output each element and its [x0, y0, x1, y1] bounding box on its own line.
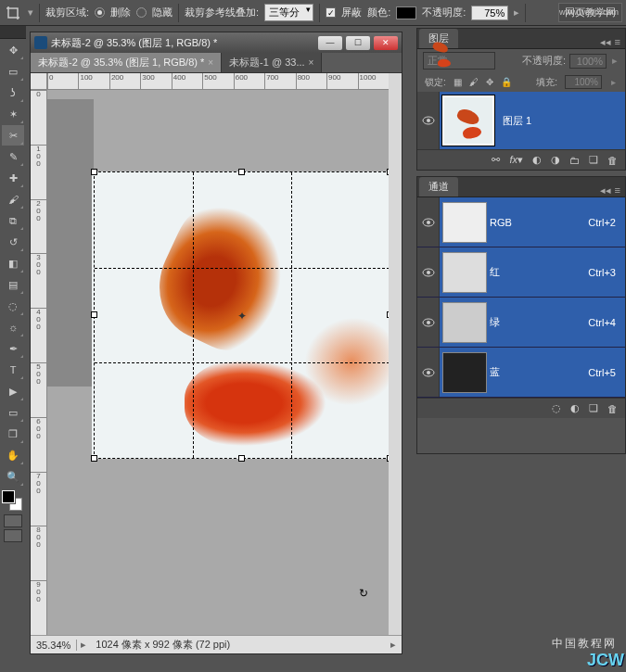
- radio-hide[interactable]: [136, 7, 147, 18]
- save-selection-icon[interactable]: ◐: [570, 402, 580, 414]
- blur-tool[interactable]: ◌: [2, 296, 24, 316]
- link-layers-icon[interactable]: ⚯: [492, 154, 500, 166]
- marquee-tool[interactable]: ▭: [2, 61, 24, 82]
- shield-color-swatch[interactable]: [396, 6, 416, 19]
- eyedropper-tool[interactable]: ✎: [2, 146, 24, 167]
- channel-item[interactable]: RGB Ctrl+2: [417, 197, 625, 247]
- eraser-tool[interactable]: ◧: [2, 253, 24, 273]
- close-tab-icon[interactable]: ×: [309, 57, 314, 68]
- crop-handle-w[interactable]: [91, 311, 97, 318]
- opacity-flyout[interactable]: ▸: [610, 55, 620, 67]
- brush-tool[interactable]: 🖌: [2, 189, 24, 209]
- fill-opacity-input[interactable]: 100%: [565, 75, 602, 89]
- channels-tab[interactable]: 通道: [419, 177, 458, 197]
- zoom-level-input[interactable]: 35.34%: [31, 640, 77, 651]
- dodge-tool[interactable]: ☼: [2, 317, 24, 337]
- document-tab[interactable]: 未标题-1 @ 33... ×: [222, 53, 322, 72]
- lock-transparency-icon[interactable]: ▦: [454, 77, 462, 87]
- layer-mask-icon[interactable]: ◐: [532, 154, 542, 166]
- lasso-tool[interactable]: ʖ: [2, 82, 24, 103]
- crop-handle-s[interactable]: [238, 455, 245, 462]
- shape-tool[interactable]: ▭: [2, 402, 24, 423]
- shield-label[interactable]: 屏蔽: [341, 6, 362, 19]
- fill-flyout[interactable]: ▸: [609, 77, 618, 87]
- visibility-toggle[interactable]: [417, 348, 440, 397]
- visibility-toggle[interactable]: [417, 298, 440, 347]
- guide-overlay-dropdown[interactable]: 三等分: [264, 4, 313, 21]
- window-maximize-button[interactable]: ☐: [346, 36, 370, 50]
- layer-opacity-input[interactable]: 100%: [569, 54, 607, 69]
- window-close-button[interactable]: ✕: [374, 36, 398, 50]
- move-tool[interactable]: ✥: [2, 40, 24, 60]
- collapse-icon[interactable]: ◂◂: [600, 36, 611, 48]
- delete-channel-icon[interactable]: 🗑: [607, 403, 618, 414]
- panel-menu-icon[interactable]: ≡: [615, 36, 620, 48]
- ruler-origin[interactable]: [31, 73, 47, 90]
- channel-thumbnail[interactable]: [442, 302, 487, 343]
- hand-tool[interactable]: ✋: [2, 445, 24, 465]
- crop-handle-sw[interactable]: [91, 455, 97, 462]
- path-select-tool[interactable]: ▶: [2, 381, 24, 401]
- delete-layer-icon[interactable]: 🗑: [607, 155, 618, 166]
- crop-tool-icon[interactable]: [4, 4, 22, 22]
- vertical-ruler[interactable]: 0100200300400500600700800900: [31, 90, 47, 635]
- radio-delete-label[interactable]: 删除: [110, 6, 131, 19]
- screen-mode-toggle[interactable]: [4, 529, 22, 542]
- channel-item[interactable]: 红 Ctrl+3: [417, 247, 625, 298]
- channel-thumbnail[interactable]: [442, 252, 487, 293]
- new-layer-icon[interactable]: ❏: [589, 154, 598, 166]
- crop-tool[interactable]: ✂: [2, 125, 24, 146]
- channel-thumbnail[interactable]: [442, 202, 487, 243]
- pen-tool[interactable]: ✒: [2, 338, 24, 359]
- layer-item[interactable]: 图层 1: [417, 92, 625, 149]
- window-titlebar[interactable]: 未标题-2 @ 35.3% (图层 1, RGB/8) * — ☐ ✕: [31, 32, 402, 53]
- gradient-tool[interactable]: ▤: [2, 274, 24, 295]
- visibility-toggle[interactable]: [417, 92, 440, 149]
- vertical-scrollbar[interactable]: [389, 73, 402, 635]
- crop-bounding-box[interactable]: ✦: [94, 171, 389, 459]
- type-tool[interactable]: T: [2, 360, 24, 380]
- visibility-toggle[interactable]: [417, 247, 440, 297]
- channel-thumbnail[interactable]: [442, 352, 487, 393]
- status-flyout-icon[interactable]: ▸: [77, 639, 90, 651]
- new-channel-icon[interactable]: ❏: [589, 402, 598, 414]
- status-menu-icon[interactable]: ▸: [385, 639, 402, 651]
- crop-handle-nw[interactable]: [91, 169, 97, 175]
- zoom-tool[interactable]: 🔍: [2, 466, 24, 487]
- quick-mask-toggle[interactable]: [4, 514, 22, 527]
- adjustment-layer-icon[interactable]: ◑: [551, 154, 560, 166]
- layer-style-icon[interactable]: fx▾: [509, 154, 523, 166]
- radio-hide-label[interactable]: 隐藏: [152, 6, 172, 19]
- visibility-toggle[interactable]: [417, 197, 440, 247]
- lock-position-icon[interactable]: ✥: [486, 77, 493, 87]
- shield-opacity-input[interactable]: 75%: [471, 6, 508, 20]
- collapse-icon[interactable]: ◂◂: [600, 184, 611, 197]
- blend-mode-dropdown[interactable]: 正常: [423, 52, 495, 70]
- document-tab[interactable]: 未标题-2 @ 35.3% (图层 1, RGB/8) * ×: [31, 53, 222, 72]
- tools-drag-tab[interactable]: [0, 26, 26, 39]
- history-brush-tool[interactable]: ↺: [2, 232, 24, 252]
- stamp-tool[interactable]: ⧉: [2, 210, 24, 231]
- crop-handle-n[interactable]: [238, 169, 245, 175]
- window-minimize-button[interactable]: —: [318, 36, 342, 50]
- panel-menu-icon[interactable]: ≡: [615, 184, 620, 197]
- lock-pixels-icon[interactable]: 🖌: [469, 77, 479, 87]
- quick-select-tool[interactable]: ✶: [2, 104, 24, 124]
- load-selection-icon[interactable]: ◌: [552, 402, 561, 414]
- shield-checkbox[interactable]: ✓: [326, 7, 336, 18]
- close-tab-icon[interactable]: ×: [208, 57, 213, 68]
- foreground-color-swatch[interactable]: [2, 490, 15, 503]
- horizontal-ruler[interactable]: 01002003004005006007008009001000: [47, 73, 389, 90]
- opacity-slider-flyout[interactable]: ▸: [514, 6, 519, 19]
- layer-thumbnail[interactable]: [442, 95, 494, 146]
- channel-item[interactable]: 蓝 Ctrl+5: [417, 348, 625, 398]
- healing-tool[interactable]: ✚: [2, 168, 24, 188]
- color-picker[interactable]: [2, 490, 22, 511]
- 3d-tool[interactable]: ❒: [2, 424, 24, 444]
- canvas-viewport[interactable]: ✦ ↻: [47, 90, 389, 635]
- radio-delete[interactable]: [95, 7, 105, 18]
- layer-name[interactable]: 图层 1: [497, 114, 531, 128]
- tool-preset-picker[interactable]: ▾: [28, 6, 33, 19]
- lock-all-icon[interactable]: 🔒: [501, 77, 512, 87]
- channel-item[interactable]: 绿 Ctrl+4: [417, 298, 625, 348]
